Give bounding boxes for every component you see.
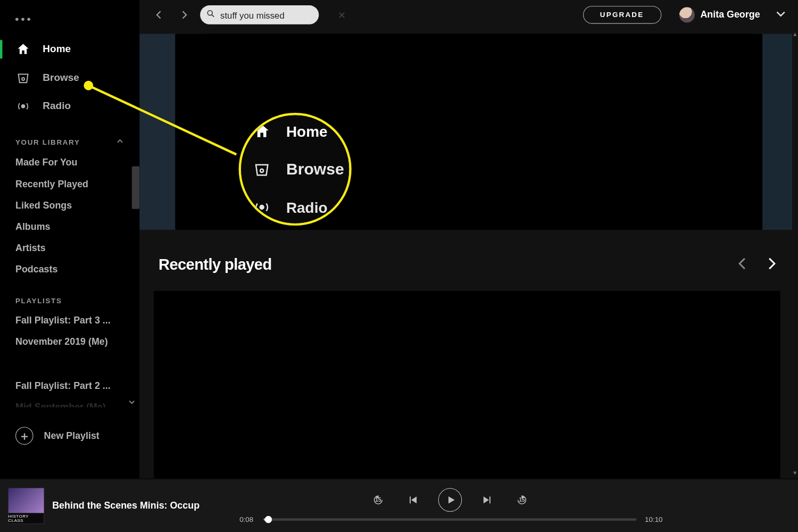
sidebar-item-albums[interactable]: Albums bbox=[0, 216, 139, 237]
carousel-next-button[interactable] bbox=[763, 255, 779, 273]
chevron-down-icon[interactable] bbox=[128, 398, 136, 409]
sidebar-item-label: Home bbox=[43, 43, 71, 55]
browse-icon bbox=[15, 70, 31, 86]
sidebar-item-radio[interactable]: Radio bbox=[0, 92, 139, 121]
now-playing-title[interactable]: Behind the Scenes Minis: Occup bbox=[52, 500, 200, 511]
nav-forward-button[interactable] bbox=[175, 6, 193, 23]
play-button[interactable] bbox=[438, 488, 462, 512]
scroll-up-icon[interactable]: ▴ bbox=[793, 30, 797, 38]
sidebar-item-artists[interactable]: Artists bbox=[0, 237, 139, 259]
recently-played-shelf bbox=[154, 291, 780, 479]
collapse-icon[interactable] bbox=[116, 137, 124, 147]
sidebar-item-podcasts[interactable]: Podcasts bbox=[0, 259, 139, 280]
svg-point-2 bbox=[207, 11, 212, 15]
new-playlist-button[interactable]: ＋ New Playlist bbox=[0, 414, 139, 445]
playlist-item-selected[interactable] bbox=[2, 353, 139, 375]
sidebar-item-label: Radio bbox=[43, 101, 71, 112]
sidebar-item-made-for-you[interactable]: Made For You bbox=[0, 152, 139, 173]
avatar bbox=[679, 7, 694, 22]
progress-thumb[interactable] bbox=[265, 516, 272, 522]
elapsed-time: 0:08 bbox=[236, 515, 256, 523]
svg-point-1 bbox=[22, 105, 25, 108]
artwork-caption: HISTORY CLASS bbox=[9, 513, 44, 523]
top-bar: ✕ UPGRADE Anita George bbox=[139, 0, 798, 30]
library-header: YOUR LIBRARY bbox=[0, 121, 139, 152]
duration-time: 10:10 bbox=[644, 515, 664, 523]
plus-icon: ＋ bbox=[15, 427, 33, 444]
user-menu[interactable]: Anita George bbox=[679, 7, 760, 22]
nav-back-button[interactable] bbox=[150, 6, 168, 23]
playlist-item[interactable]: November 2019 (Me) bbox=[0, 331, 139, 353]
svg-point-0 bbox=[22, 78, 24, 80]
scroll-down-icon[interactable]: ▾ bbox=[793, 469, 797, 477]
search-input[interactable] bbox=[220, 10, 333, 20]
hero-banner bbox=[175, 34, 762, 230]
chevron-down-icon[interactable] bbox=[774, 7, 787, 22]
user-name-label: Anita George bbox=[700, 10, 760, 20]
main-content: ▴ Recently played ▾ bbox=[139, 0, 798, 479]
clear-search-icon[interactable]: ✕ bbox=[338, 9, 346, 20]
previous-track-button[interactable] bbox=[404, 491, 421, 508]
sidebar-item-recently-played[interactable]: Recently Played bbox=[0, 173, 139, 195]
carousel-prev-button[interactable] bbox=[735, 255, 751, 273]
progress-bar[interactable] bbox=[264, 518, 637, 520]
now-playing-artwork[interactable]: HISTORY CLASS bbox=[9, 488, 44, 523]
sidebar-item-browse[interactable]: Browse bbox=[0, 63, 139, 92]
playlist-item[interactable]: Fall Playlist: Part 3 ... bbox=[0, 310, 139, 331]
sidebar-item-liked-songs[interactable]: Liked Songs bbox=[0, 195, 139, 216]
sidebar: Home Browse Radio YOUR LIBRARY Made For … bbox=[0, 0, 139, 479]
search-icon bbox=[206, 9, 215, 21]
home-icon bbox=[15, 41, 31, 57]
playlist-item[interactable]: Mid September (Me) bbox=[0, 397, 139, 408]
player-bar: HISTORY CLASS Behind the Scenes Minis: O… bbox=[0, 479, 798, 532]
skip-back-15-button[interactable]: 15 bbox=[369, 491, 387, 508]
next-track-button[interactable] bbox=[479, 491, 496, 508]
sidebar-item-home[interactable]: Home bbox=[0, 35, 139, 64]
sidebar-scrollbar-thumb[interactable] bbox=[132, 166, 140, 209]
playlists-header: PLAYLISTS bbox=[0, 280, 139, 310]
new-playlist-label: New Playlist bbox=[44, 430, 99, 441]
playlist-item[interactable]: Fall Playlist: Part 2 ... bbox=[0, 375, 139, 396]
sidebar-item-label: Browse bbox=[43, 72, 79, 84]
radio-icon bbox=[15, 98, 31, 114]
search-box[interactable]: ✕ bbox=[200, 5, 319, 24]
recently-played-heading: Recently played bbox=[159, 255, 272, 274]
skip-forward-15-button[interactable]: 15 bbox=[513, 491, 530, 508]
app-menu-dots[interactable] bbox=[0, 9, 139, 35]
upgrade-button[interactable]: UPGRADE bbox=[583, 6, 661, 23]
